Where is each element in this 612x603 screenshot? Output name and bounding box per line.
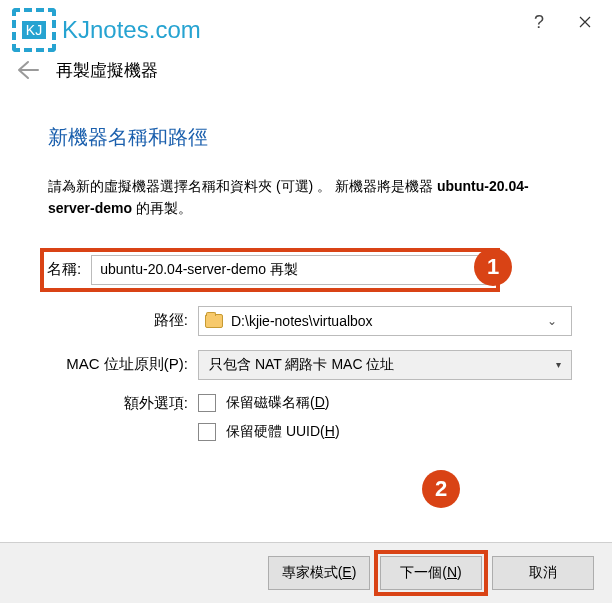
expert-mode-button[interactable]: 專家模式(E)	[268, 556, 370, 590]
caret-down-icon: ▾	[545, 359, 561, 370]
path-value: D:\kjie-notes\virtualbox	[231, 313, 531, 329]
name-highlight-box: 名稱:	[40, 248, 500, 292]
close-button[interactable]	[562, 6, 608, 38]
footer: 專家模式(E) 下一個(N) 取消	[0, 543, 612, 603]
section-title: 新機器名稱和路徑	[48, 124, 572, 151]
extra-label: 額外選項:	[48, 394, 188, 413]
help-button[interactable]: ?	[516, 6, 562, 38]
back-button[interactable]	[14, 56, 42, 84]
folder-icon	[205, 314, 223, 328]
extra-row-2: 保留硬體 UUID(H)	[48, 423, 572, 441]
mac-value: 只包含 NAT 網路卡 MAC 位址	[209, 356, 545, 374]
close-icon	[579, 16, 591, 28]
next-button[interactable]: 下一個(N)	[380, 556, 482, 590]
watermark-text: KJnotes.com	[62, 16, 201, 44]
watermark-box-text: KJ	[22, 21, 46, 39]
desc-prefix: 請為新的虛擬機器選擇名稱和資料夾 (可選) 。 新機器將是機器	[48, 178, 437, 194]
keep-hw-uuid-checkbox[interactable]	[198, 423, 216, 441]
name-label: 名稱:	[47, 260, 81, 279]
watermark-logo: KJ KJnotes.com	[12, 8, 201, 52]
desc-suffix: 的再製。	[132, 200, 192, 216]
path-selector[interactable]: D:\kjie-notes\virtualbox ⌄	[198, 306, 572, 336]
keep-disk-names-label: 保留磁碟名稱(D)	[226, 394, 329, 412]
mac-policy-select[interactable]: 只包含 NAT 網路卡 MAC 位址 ▾	[198, 350, 572, 380]
chevron-down-icon: ⌄	[539, 314, 565, 328]
extra-row-1: 額外選項: 保留磁碟名稱(D)	[48, 394, 572, 413]
keep-hw-uuid-label: 保留硬體 UUID(H)	[226, 423, 340, 441]
annotation-badge-1: 1	[474, 248, 512, 286]
cancel-button[interactable]: 取消	[492, 556, 594, 590]
back-arrow-icon	[16, 60, 40, 80]
wizard-title: 再製虛擬機器	[56, 59, 158, 82]
mac-row: MAC 位址原則(P): 只包含 NAT 網路卡 MAC 位址 ▾	[48, 350, 572, 380]
path-label: 路徑:	[48, 311, 188, 330]
annotation-badge-2: 2	[422, 470, 460, 508]
section-description: 請為新的虛擬機器選擇名稱和資料夾 (可選) 。 新機器將是機器 ubuntu-2…	[48, 175, 572, 220]
keep-disk-names-checkbox[interactable]	[198, 394, 216, 412]
name-input[interactable]	[91, 255, 493, 285]
path-row: 路徑: D:\kjie-notes\virtualbox ⌄	[48, 306, 572, 336]
mac-label: MAC 位址原則(P):	[48, 355, 188, 374]
